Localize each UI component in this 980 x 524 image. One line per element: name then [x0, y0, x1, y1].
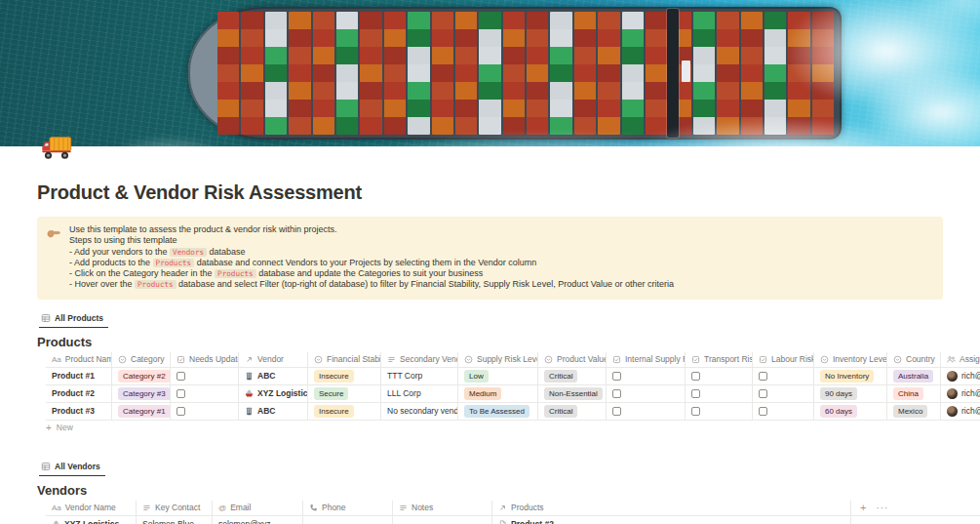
view-tabs: All Vendors — [39, 459, 980, 476]
tag-gray: Critical — [544, 370, 577, 383]
checkbox-unchecked[interactable] — [691, 372, 700, 381]
product-name-cell[interactable]: Product #3 — [46, 403, 112, 420]
column-header-secondary-vendor[interactable]: Secondary Vendor — [381, 352, 458, 367]
internal-supply-risk-cell[interactable] — [607, 385, 686, 402]
secondary-vendor-cell[interactable]: TTT Corp — [381, 368, 458, 384]
secondary-vendor-cell[interactable]: LLL Corp — [381, 385, 458, 402]
column-header-supply-risk-level[interactable]: Supply Risk Level — [458, 352, 538, 367]
checkbox-unchecked[interactable] — [612, 407, 621, 416]
labour-risk-cell[interactable] — [753, 403, 814, 420]
internal-supply-risk-cell[interactable] — [607, 403, 686, 420]
tag-blue: To Be Assessed — [464, 405, 529, 418]
inventory-level-cell[interactable]: No Inventory — [814, 368, 887, 384]
labour-risk-cell[interactable] — [753, 385, 814, 402]
column-header-category[interactable]: Category — [112, 352, 171, 367]
phone-cell[interactable] — [303, 516, 393, 524]
vendor-cell[interactable]: XYZ Logistics — [239, 385, 308, 402]
needs-update-cell[interactable] — [171, 403, 239, 420]
column-header-vendor-name[interactable]: AaVendor Name — [46, 501, 137, 515]
add-column-button[interactable]: + — [860, 504, 866, 512]
checkbox-unchecked[interactable] — [176, 407, 185, 416]
container-bay — [217, 12, 239, 135]
supply-risk-level-cell[interactable]: To Be Assessed — [458, 403, 538, 420]
new-row-button[interactable]: + New — [46, 421, 980, 435]
assigned-cell[interactable]: rich@te — [941, 403, 980, 420]
column-header-transport-risk[interactable]: Transport Risk — [686, 352, 753, 367]
internal-supply-risk-cell[interactable] — [607, 368, 686, 384]
column-header-inventory-level[interactable]: Inventory Level — [814, 352, 887, 367]
checkbox-unchecked[interactable] — [176, 389, 185, 398]
checkbox-unchecked[interactable] — [759, 407, 767, 416]
inventory-level-cell[interactable]: 90 days — [814, 385, 887, 402]
vendor-cell[interactable]: ABC — [239, 368, 308, 384]
products-cell[interactable]: Product #2 — [492, 516, 851, 524]
supply-risk-level-cell[interactable]: Medium — [458, 385, 538, 402]
column-header-country[interactable]: Country — [887, 352, 941, 367]
needs-update-cell[interactable] — [171, 368, 239, 384]
secondary-vendor-cell[interactable]: No secondary vendor — [381, 403, 458, 420]
supply-risk-level-cell[interactable]: Low — [458, 368, 538, 384]
financial-stability-cell[interactable]: Secure — [308, 385, 381, 402]
country-cell[interactable]: Mexico — [887, 403, 941, 420]
product-value-cell[interactable]: Non-Essential — [538, 385, 607, 402]
category-cell[interactable]: Category #2 — [112, 368, 171, 384]
transport-risk-cell[interactable] — [686, 385, 753, 402]
tab-all-vendors[interactable]: All Vendors — [39, 459, 105, 476]
vendor-cell[interactable]: ABC — [239, 403, 308, 420]
person-name: rich@te — [961, 406, 980, 416]
checkbox-unchecked[interactable] — [759, 389, 767, 398]
column-header-product-name[interactable]: AaProduct Name — [46, 352, 112, 367]
user-avatar — [947, 388, 958, 399]
column-header-notes[interactable]: Notes — [393, 501, 492, 515]
column-header-product-value[interactable]: Product Value — [538, 352, 607, 367]
checkbox-unchecked[interactable] — [612, 372, 621, 381]
checkbox-unchecked[interactable] — [691, 407, 700, 416]
relation-icon — [245, 355, 254, 364]
column-header-labour-risk[interactable]: Labour Risk — [753, 352, 814, 367]
country-cell[interactable]: Australia — [887, 368, 941, 384]
container-bay — [646, 12, 667, 135]
checkbox-unchecked[interactable] — [691, 389, 700, 398]
vendor-name-cell[interactable]: XYZ Logistics — [46, 516, 137, 524]
table-options-button[interactable]: ··· — [876, 504, 888, 512]
country-cell[interactable]: China — [887, 385, 941, 402]
key-contact-cell[interactable]: Solomon Blue — [137, 516, 213, 524]
product-name-cell[interactable]: Product #2 — [46, 385, 112, 402]
email-cell[interactable]: solomon@xyz — [213, 516, 303, 524]
needs-update-cell[interactable] — [171, 385, 239, 402]
ship-crane — [667, 9, 679, 138]
financial-stability-cell[interactable]: Insecure — [308, 368, 381, 384]
column-header-needs-update[interactable]: Needs Update — [171, 352, 239, 367]
select-icon — [314, 355, 323, 364]
financial-stability-cell[interactable]: Insecure — [308, 403, 381, 420]
category-cell[interactable]: Category #3 — [112, 385, 171, 402]
checkbox-unchecked[interactable] — [176, 372, 185, 381]
column-header-email[interactable]: @Email — [213, 501, 303, 515]
transport-risk-cell[interactable] — [686, 403, 753, 420]
checkbox-unchecked[interactable] — [759, 372, 767, 381]
column-header-key-contact[interactable]: Key Contact — [137, 501, 213, 515]
column-header-phone[interactable]: Phone — [303, 501, 393, 515]
cell-text: Product #2 — [52, 388, 95, 398]
column-header-label: Assigned — [960, 354, 980, 364]
product-value-cell[interactable]: Critical — [538, 403, 607, 420]
notes-cell[interactable] — [393, 516, 492, 524]
container-ship-illustration — [188, 7, 842, 140]
column-header-financial-stability[interactable]: Financial Stability — [308, 352, 381, 367]
column-header-products[interactable]: Products — [492, 501, 851, 515]
labour-risk-cell[interactable] — [753, 368, 814, 384]
checkbox-unchecked[interactable] — [612, 389, 621, 398]
column-header-assigned[interactable]: Assigned — [941, 352, 980, 367]
assigned-cell[interactable]: rich@te — [941, 385, 980, 402]
assigned-cell[interactable]: rich@te — [941, 368, 980, 384]
column-header-vendor[interactable]: Vendor — [239, 352, 308, 367]
product-name-cell[interactable]: Product #1 — [46, 368, 112, 384]
callout-line: Use this template to assess the product … — [69, 224, 674, 235]
select-icon — [820, 355, 829, 364]
column-header-internal-supply-risk[interactable]: Internal Supply Risk — [607, 352, 686, 367]
category-cell[interactable]: Category #1 — [112, 403, 171, 420]
tab-all-products[interactable]: All Products — [39, 310, 108, 328]
product-value-cell[interactable]: Critical — [538, 368, 607, 384]
inventory-level-cell[interactable]: 60 days — [814, 403, 887, 420]
transport-risk-cell[interactable] — [686, 368, 753, 384]
